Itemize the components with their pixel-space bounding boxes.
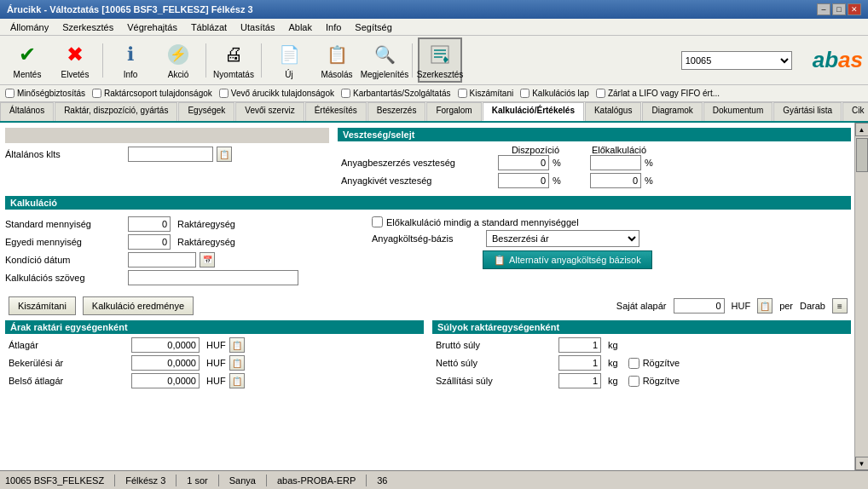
maximize-button[interactable]: □	[832, 3, 846, 15]
tab-turnover[interactable]: Forgalom	[426, 102, 481, 121]
calc-text-input[interactable]	[128, 270, 298, 285]
tab-customer-service[interactable]: Vevői szerviz	[235, 102, 304, 121]
new-button[interactable]: 📄 Új	[267, 38, 311, 82]
customer-checkbox[interactable]	[219, 89, 229, 98]
menu-utasitas[interactable]: Utasítás	[234, 20, 281, 34]
menu-segitseg[interactable]: Segítség	[348, 20, 398, 34]
material-cost-basis-label: Anyagköltség-bázis	[372, 233, 483, 244]
material-removal-precalc-input[interactable]	[590, 173, 641, 188]
separator-1	[102, 43, 103, 78]
customer-label: Vevő árucikk tulajdonságok	[231, 89, 334, 98]
lifo-checkbox[interactable]	[596, 89, 605, 98]
own-base-price-input[interactable]	[674, 298, 725, 314]
internal-price-input[interactable]	[131, 373, 200, 388]
search-select[interactable]: 10065	[681, 51, 792, 70]
tab-units[interactable]: Egységek	[178, 102, 234, 121]
calculate-button[interactable]: Kiszámítani	[9, 296, 76, 315]
average-price-currency: HUF	[206, 340, 226, 350]
print-label: Nyomtatás	[213, 70, 254, 79]
standard-qty-input[interactable]	[128, 216, 171, 232]
menu-tablazat[interactable]: Táblázat	[184, 20, 234, 34]
internal-price-picker[interactable]: 📋	[229, 373, 245, 388]
own-base-price-picker[interactable]: 📋	[757, 298, 773, 314]
window-title: Árucikk - Változtatás [10065 BSF3_FELKES…	[7, 4, 253, 14]
tab-calc-valuation[interactable]: Kalkuláció/Értékelés	[483, 102, 584, 121]
alt-material-cost-button[interactable]: 📋 Alternatív anyagköltség bázisok	[483, 250, 652, 269]
scroll-up-button[interactable]: ▲	[855, 123, 869, 136]
scroll-thumb[interactable]	[856, 138, 868, 172]
edit-button[interactable]: Szerkesztés	[418, 37, 462, 83]
separator-4	[412, 43, 413, 78]
tab-catalog[interactable]: Katalógus	[585, 102, 641, 121]
tab-diagrams[interactable]: Diagramok	[642, 102, 702, 121]
tab-warehouse[interactable]: Raktár, diszpozíció, gyártás	[55, 102, 177, 121]
warehouse-checkbox[interactable]	[92, 89, 101, 98]
calculate-checkbox[interactable]	[458, 89, 467, 98]
edit-icon	[426, 41, 454, 68]
average-price-picker[interactable]: 📋	[229, 337, 245, 353]
close-button[interactable]: ✕	[848, 3, 861, 15]
lifo-checkbox-item: Zárlat a LIFO vagy FIFO ért...	[596, 89, 720, 98]
calc-result-button[interactable]: Kalkuláció eredménye	[83, 296, 194, 315]
quality-checkbox[interactable]	[5, 89, 14, 98]
general-costs-picker[interactable]: 📋	[217, 147, 232, 162]
copy-button[interactable]: 📋 Másolás	[315, 38, 359, 82]
view-button[interactable]: 🔍 Megjelenítés	[362, 38, 407, 82]
status-record-name: Félkész 3	[125, 475, 165, 486]
info-button[interactable]: ℹ Info	[108, 38, 153, 82]
menu-info[interactable]: Info	[319, 20, 348, 34]
percent-1: %	[553, 158, 570, 168]
save-button[interactable]: ✔ Mentés	[5, 38, 49, 82]
tab-general[interactable]: Általános	[0, 102, 54, 121]
unit-picker[interactable]: ≡	[832, 298, 848, 314]
view-label: Megjelenítés	[361, 70, 409, 79]
precalc-standard-checkbox[interactable]	[372, 216, 383, 227]
net-weight-input[interactable]	[558, 355, 601, 371]
tab-cikk[interactable]: Cik	[842, 102, 868, 121]
tab-procurement[interactable]: Beszerzés	[367, 102, 426, 121]
calc-right: Előkalkuláció mindig a standard mennyisé…	[372, 216, 851, 288]
tab-valuation[interactable]: Értékesítés	[305, 102, 367, 121]
menu-ablak[interactable]: Ablak	[281, 20, 319, 34]
vertical-scrollbar[interactable]: ▲ ▼	[854, 123, 868, 470]
material-procurement-disp-input[interactable]	[498, 155, 549, 170]
minimize-button[interactable]: –	[817, 3, 830, 15]
action-button[interactable]: ⚡ Akció	[156, 38, 200, 82]
gross-weight-input[interactable]	[558, 337, 601, 353]
checkboxes-row: Minőségbiztosítás Raktárcsoport tulajdon…	[0, 85, 868, 102]
material-procurement-precalc-input[interactable]	[590, 155, 641, 170]
general-costs-input[interactable]	[128, 147, 213, 162]
condition-date-input[interactable]	[128, 252, 196, 268]
menu-szerkesztes[interactable]: Szerkesztés	[55, 20, 120, 34]
calcsheet-checkbox[interactable]	[520, 89, 529, 98]
net-weight-fixed-checkbox[interactable]	[628, 358, 639, 369]
menu-allomany[interactable]: Állomány	[3, 20, 55, 34]
menu-vegrehajtás[interactable]: Végrehajtás	[120, 20, 184, 34]
prices-section: Árak raktári egységenként Átlagár HUF 📋 …	[5, 320, 424, 391]
quality-checkbox-item: Minőségbiztosítás	[5, 89, 85, 98]
window-controls[interactable]: – □ ✕	[817, 3, 861, 15]
calc-left: Standard mennyiség Raktáregység Egyedi m…	[5, 216, 363, 288]
average-price-input[interactable]	[131, 337, 200, 353]
material-cost-basis-select[interactable]: Beszerzési ár Átlagár Bekerülési ár	[486, 230, 639, 247]
condition-date-row: Kondíció dátum 📅	[5, 252, 363, 268]
scroll-down-button[interactable]: ▼	[855, 457, 869, 470]
condition-date-label: Kondíció dátum	[5, 255, 124, 265]
tab-production-list[interactable]: Gyártási lista	[773, 102, 842, 121]
disposition-header: Diszpozíció	[501, 145, 570, 155]
individual-qty-input[interactable]	[128, 234, 171, 250]
acquisition-price-picker[interactable]: 📋	[229, 355, 245, 371]
acquisition-price-input[interactable]	[131, 355, 200, 371]
maintenance-checkbox[interactable]	[341, 89, 350, 98]
tab-document[interactable]: Dokumentum	[703, 102, 773, 121]
own-base-currency: HUF	[732, 301, 751, 311]
material-removal-disp-input[interactable]	[498, 173, 549, 188]
discard-button[interactable]: ✖ Elvetés	[53, 38, 97, 82]
prices-header: Árak raktári egységenként	[5, 320, 424, 334]
shipping-weight-input[interactable]	[558, 373, 601, 388]
print-button[interactable]: 🖨 Nyomtatás	[211, 38, 256, 82]
new-icon: 📄	[275, 41, 303, 68]
condition-date-picker[interactable]: 📅	[200, 252, 215, 268]
shipping-weight-fixed-checkbox[interactable]	[628, 376, 639, 387]
maintenance-label: Karbantartás/Szolgáltatás	[353, 89, 451, 98]
